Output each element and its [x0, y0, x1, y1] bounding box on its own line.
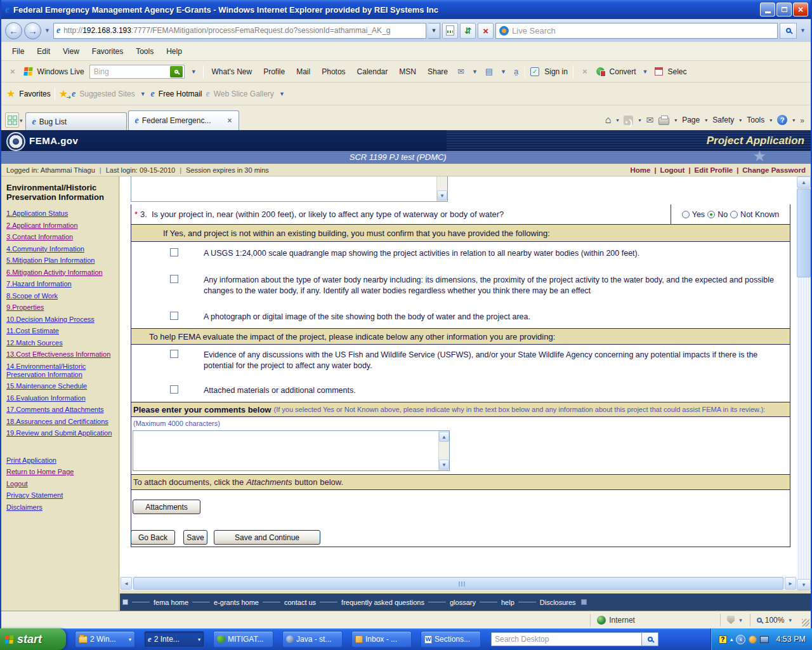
page-menu-button[interactable]: Page — [682, 116, 700, 124]
footer-link-contact-us[interactable]: contact us — [282, 599, 318, 606]
sidebar-item-contact-information[interactable]: 3.Contact Information — [6, 233, 115, 241]
checkbox-water-body-info[interactable] — [170, 275, 178, 283]
live-search-box[interactable] — [495, 23, 778, 39]
menu-help[interactable]: Help — [160, 45, 188, 58]
map-dropdown[interactable]: ▼ — [472, 69, 478, 75]
sidebar-item-properties[interactable]: 9.Properties — [6, 303, 115, 312]
select-button[interactable]: Selec — [668, 67, 687, 76]
menu-edit[interactable]: Edit — [31, 45, 56, 58]
minimize-button[interactable] — [760, 3, 775, 17]
attachments-button[interactable]: Attachments — [133, 500, 200, 514]
home-dropdown[interactable]: ▾ — [616, 117, 619, 123]
add-favorite-icon[interactable]: ★ — [59, 88, 68, 100]
sidebar-item-evaluation-information[interactable]: 16.Evaluation Information — [6, 394, 115, 402]
live-link-photos[interactable]: Photos — [318, 67, 348, 76]
scroll-up-icon[interactable]: ▲ — [797, 176, 811, 188]
desktop-search-button[interactable] — [642, 632, 658, 646]
live-link-share[interactable]: Share — [424, 67, 451, 76]
forward-button[interactable]: → — [24, 22, 41, 39]
quick-tabs-icon[interactable] — [5, 112, 19, 128]
scroll-down-icon[interactable]: ▼ — [437, 190, 447, 201]
tab-federal-emergency[interactable]: e Federal Emergenc... × — [128, 110, 239, 130]
bing-search-input[interactable] — [94, 67, 170, 76]
suggested-sites-button[interactable]: Suggested Sites — [79, 90, 134, 98]
reminder-icon[interactable] — [749, 635, 757, 644]
comments-textarea[interactable]: ▲ ▼ — [133, 430, 450, 471]
sidebar-item-applicant-information[interactable]: 2.Applicant Information — [6, 222, 115, 230]
tab-list-dropdown[interactable]: ▾ — [20, 117, 23, 124]
favorites-button[interactable]: Favorites — [19, 90, 50, 98]
taskbar-item-sections[interactable]: W Sections... — [421, 631, 481, 647]
print-icon[interactable] — [658, 117, 669, 125]
sidebar-item-hazard-information[interactable]: 7.Hazard Information — [6, 280, 115, 288]
read-mail-icon[interactable]: ✉ — [646, 115, 653, 125]
suggested-sites-dropdown[interactable]: ▼ — [140, 91, 146, 97]
tab-bug-list[interactable]: e Bug List — [25, 112, 127, 130]
sign-in-button[interactable]: Sign in — [544, 67, 568, 76]
live-link-mail[interactable]: Mail — [293, 67, 313, 76]
sidebar-item-environmental-historic[interactable]: 14.Environmental/Historic Preservation I… — [6, 362, 115, 379]
sidebar-item-assurances[interactable]: 18.Assurances and Certifications — [6, 418, 115, 426]
print-dropdown[interactable]: ▾ — [674, 117, 677, 123]
tools-menu-button[interactable]: Tools — [747, 116, 764, 124]
scroll-left-icon[interactable]: ◄ — [121, 577, 132, 590]
sidebar-item-maintenance-schedule[interactable]: 15.Maintenance Schedule — [6, 382, 115, 390]
help-dropdown[interactable]: ▾ — [792, 117, 795, 123]
news-dropdown[interactable]: ▼ — [501, 69, 506, 75]
free-hotmail-button[interactable]: Free Hotmail — [159, 90, 202, 98]
map-pin-icon[interactable]: ✉ — [456, 67, 466, 76]
checkbox-photograph[interactable] — [170, 312, 178, 320]
network-icon[interactable] — [760, 636, 769, 643]
sidebar-link-return-home[interactable]: Return to Home Page — [6, 468, 115, 476]
protected-mode-panel[interactable]: ▾ — [720, 614, 750, 627]
scroll-up-icon[interactable]: ▲ — [439, 432, 449, 442]
safety-menu-button[interactable]: Safety — [712, 116, 734, 124]
web-slice-dropdown[interactable]: ▼ — [279, 91, 285, 97]
live-search-input[interactable] — [512, 26, 774, 36]
vertical-scroll-thumb[interactable] — [797, 189, 811, 277]
live-link-profile[interactable]: Profile — [260, 67, 288, 76]
url-field[interactable]: e http://192.168.3.193:7777/FEMAMitigati… — [53, 23, 426, 39]
sidebar-item-cost-estimate[interactable]: 11.Cost Estimate — [6, 327, 115, 335]
sidebar-item-review-submit[interactable]: 19.Review and Submit Application — [6, 429, 115, 437]
close-button[interactable]: × — [793, 3, 808, 17]
back-button[interactable]: ← — [5, 22, 22, 39]
live-link-whats-new[interactable]: What's New — [209, 67, 256, 76]
footer-link-disclosures[interactable]: Disclosures — [537, 599, 579, 606]
bing-dropdown[interactable]: ▼ — [191, 69, 197, 75]
tab-close-icon[interactable]: × — [228, 116, 232, 125]
toolbar-overflow-icon[interactable]: » — [800, 114, 804, 125]
search-options-dropdown[interactable]: ▼ — [800, 27, 806, 34]
horizontal-scroll-thumb[interactable] — [133, 577, 783, 590]
sidebar-item-comments-attachments[interactable]: 17.Comments and Attachments — [6, 406, 115, 414]
resize-grip[interactable] — [802, 619, 809, 627]
menu-tools[interactable]: Tools — [130, 45, 159, 58]
menu-view[interactable]: View — [57, 45, 85, 58]
news-icon[interactable]: ▤ — [484, 67, 494, 76]
footer-link-help[interactable]: help — [499, 599, 517, 606]
go-back-button[interactable]: Go Back — [131, 530, 175, 545]
radio-not-known[interactable] — [730, 211, 738, 218]
convert-button[interactable]: Convert — [610, 67, 636, 76]
sidebar-item-mitigation-plan[interactable]: 5.Mitigation Plan Information — [6, 256, 115, 265]
bing-search-box[interactable] — [89, 65, 185, 79]
scroll-down-icon[interactable]: ▼ — [797, 579, 811, 590]
menu-favorites[interactable]: Favorites — [86, 45, 129, 58]
radio-yes[interactable] — [682, 211, 690, 218]
footer-link-glossary[interactable]: glossary — [447, 599, 478, 606]
web-slice-button[interactable]: Web Slice Gallery — [214, 90, 274, 98]
vertical-scrollbar[interactable]: ▲ ▼ — [797, 176, 811, 590]
footer-link-egrants-home[interactable]: e-grants home — [211, 599, 261, 606]
scroll-down-icon[interactable]: ▼ — [439, 460, 449, 470]
taskbar-item-java[interactable]: Java - st... — [282, 631, 343, 647]
start-button[interactable]: start — [0, 628, 66, 650]
header-link-logout[interactable]: Logout — [660, 166, 684, 174]
live-link-msn[interactable]: MSN — [396, 67, 419, 76]
header-link-change-password[interactable]: Change Password — [742, 166, 806, 174]
taskbar-item-windows-group[interactable]: 2 Win... ▾ — [75, 631, 135, 647]
toolbar-close-icon[interactable]: × — [6, 67, 19, 76]
header-link-edit-profile[interactable]: Edit Profile — [695, 166, 733, 174]
java-update-icon[interactable]: ? — [719, 635, 727, 644]
tools-dropdown[interactable]: ▾ — [769, 117, 772, 123]
taskbar-item-internet-group[interactable]: e 2 Inte... ▾ — [144, 631, 204, 647]
